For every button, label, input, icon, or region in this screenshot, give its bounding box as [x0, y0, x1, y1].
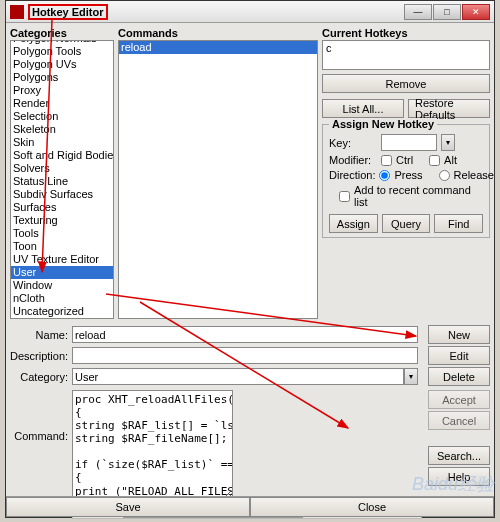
close-button[interactable]: Close [250, 497, 494, 517]
category-item[interactable]: Skeleton [11, 123, 113, 136]
remove-button[interactable]: Remove [322, 74, 490, 93]
query-button[interactable]: Query [382, 214, 431, 233]
ctrl-checkbox[interactable] [381, 155, 392, 166]
category-item[interactable]: Proxy [11, 84, 113, 97]
category-item[interactable]: Polygons [11, 71, 113, 84]
category-label: Category: [10, 371, 68, 383]
add-recent-checkbox[interactable] [339, 191, 350, 202]
current-hotkeys-label: Current Hotkeys [322, 27, 490, 39]
edit-button[interactable]: Edit [428, 346, 490, 365]
close-window-button[interactable]: ✕ [462, 4, 490, 20]
new-button[interactable]: New [428, 325, 490, 344]
category-item[interactable]: Render [11, 97, 113, 110]
assign-button[interactable]: Assign [329, 214, 378, 233]
description-input[interactable] [72, 347, 418, 364]
category-item[interactable]: Solvers [11, 162, 113, 175]
ctrl-label: Ctrl [396, 154, 413, 166]
app-icon [10, 5, 24, 19]
category-item[interactable]: Uncategorized [11, 305, 113, 318]
commands-label: Commands [118, 27, 318, 39]
key-dropdown-icon[interactable]: ▾ [441, 134, 455, 151]
commands-list[interactable]: reload [118, 40, 318, 319]
direction-label: Direction: [329, 169, 375, 181]
category-select[interactable] [72, 368, 404, 385]
category-item[interactable]: Subdiv Surfaces [11, 188, 113, 201]
modifier-label: Modifier: [329, 154, 377, 166]
cancel-button[interactable]: Cancel [428, 411, 490, 430]
category-item[interactable]: Surfaces [11, 201, 113, 214]
category-item[interactable]: Toon [11, 240, 113, 253]
alt-checkbox[interactable] [429, 155, 440, 166]
alt-label: Alt [444, 154, 457, 166]
find-button[interactable]: Find [434, 214, 483, 233]
category-item[interactable]: Tools [11, 227, 113, 240]
current-hotkeys-display: c [322, 40, 490, 70]
press-label: Press [394, 169, 422, 181]
search-button[interactable]: Search... [428, 446, 490, 465]
restore-defaults-button[interactable]: Restore Defaults [408, 99, 490, 118]
add-recent-label: Add to recent command list [354, 184, 483, 208]
description-label: Description: [10, 350, 68, 362]
release-label: Release [454, 169, 494, 181]
category-item[interactable]: UV Texture Editor [11, 253, 113, 266]
key-input[interactable] [381, 134, 437, 151]
categories-label: Categories [10, 27, 114, 39]
delete-button[interactable]: Delete [428, 367, 490, 386]
name-input[interactable] [72, 326, 418, 343]
category-item[interactable]: Skin [11, 136, 113, 149]
release-radio[interactable] [439, 170, 450, 181]
accept-button[interactable]: Accept [428, 390, 490, 409]
assign-group-label: Assign New Hotkey [329, 118, 437, 130]
list-all-button[interactable]: List All... [322, 99, 404, 118]
category-item[interactable]: Status Line [11, 175, 113, 188]
category-item[interactable]: User [11, 266, 113, 279]
category-item[interactable]: Soft and Rigid Bodies [11, 149, 113, 162]
category-dropdown-icon[interactable]: ▾ [404, 368, 418, 385]
category-item[interactable]: Selection [11, 110, 113, 123]
window-title: Hotkey Editor [28, 4, 108, 20]
category-item[interactable]: Polygon UVs [11, 58, 113, 71]
command-item[interactable]: reload [119, 41, 317, 54]
category-item[interactable]: nCloth [11, 292, 113, 305]
command-textarea[interactable] [72, 390, 233, 500]
save-button[interactable]: Save [6, 497, 250, 517]
press-radio[interactable] [379, 170, 390, 181]
categories-list[interactable]: MiscellaneousModeling PanelModifyNavigat… [10, 40, 114, 319]
name-label: Name: [10, 329, 68, 341]
category-item[interactable]: Polygon Tools [11, 45, 113, 58]
category-item[interactable]: Texturing [11, 214, 113, 227]
category-item[interactable]: Window [11, 279, 113, 292]
watermark: Baidu经验 [412, 472, 494, 496]
maximize-button[interactable]: □ [433, 4, 461, 20]
minimize-button[interactable]: — [404, 4, 432, 20]
key-label: Key: [329, 137, 377, 149]
